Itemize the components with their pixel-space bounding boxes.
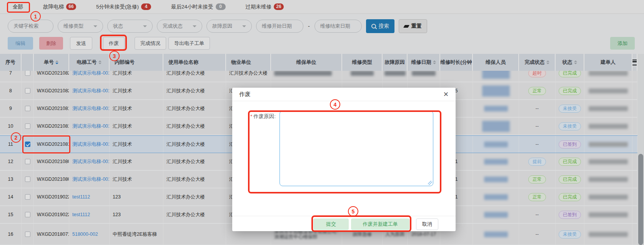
- void-and-create-button[interactable]: 作废并新建工单: [351, 218, 409, 230]
- void-reason-textarea[interactable]: [280, 111, 433, 186]
- dialog-header: 作废 ✕: [232, 88, 456, 101]
- submit-button[interactable]: 提交: [313, 218, 349, 230]
- textarea-resize-handle[interactable]: [428, 181, 432, 185]
- void-reason-label: *作废原因:: [250, 113, 276, 120]
- dialog-footer: 提交 作废并新建工单 取消: [232, 216, 456, 232]
- close-icon[interactable]: ✕: [443, 91, 449, 98]
- work-order-page: 全部故障电梯665分钟未接受(急修)4最后24小时未接受0过期未维修26 关键字…: [0, 0, 644, 245]
- cancel-button[interactable]: 取消: [416, 218, 438, 230]
- dialog-title: 作废: [239, 91, 251, 98]
- void-dialog: 作废 ✕ *作废原因: 提交 作废并新建工单 取消: [232, 88, 456, 231]
- required-mark: *: [250, 113, 252, 119]
